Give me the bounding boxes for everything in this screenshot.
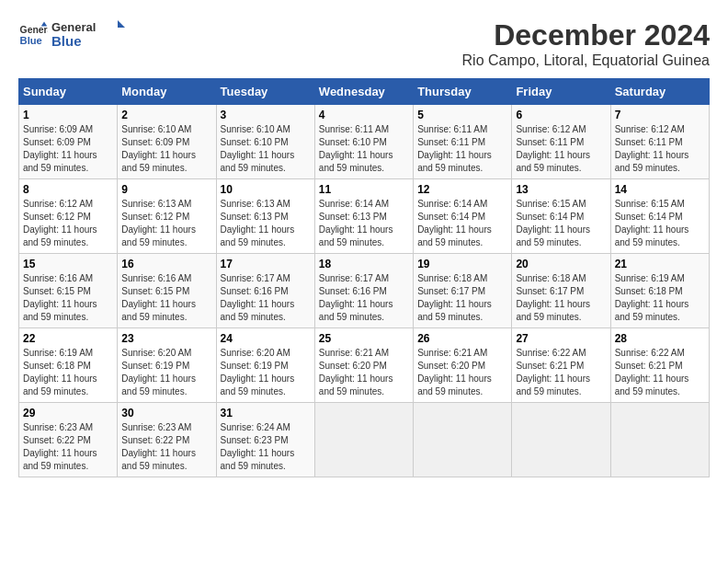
- day-info: Sunrise: 6:10 AM Sunset: 6:10 PM Dayligh…: [221, 123, 311, 175]
- calendar-day-cell: 8 Sunrise: 6:12 AM Sunset: 6:12 PM Dayli…: [19, 179, 118, 254]
- logo-icon: General Blue: [18, 20, 48, 50]
- logo: General Blue General Blue: [18, 18, 125, 51]
- weekday-header: Monday: [118, 79, 216, 105]
- svg-text:Blue: Blue: [20, 34, 42, 45]
- calendar-day-cell: [610, 403, 709, 477]
- calendar-day-cell: 6 Sunrise: 6:12 AM Sunset: 6:11 PM Dayli…: [512, 105, 610, 179]
- day-number: 20: [516, 258, 606, 270]
- svg-marker-5: [118, 20, 125, 28]
- calendar-day-cell: 24 Sunrise: 6:20 AM Sunset: 6:19 PM Dayl…: [216, 328, 314, 403]
- page-subtitle: Rio Campo, Litoral, Equatorial Guinea: [462, 52, 710, 69]
- svg-marker-2: [41, 21, 47, 26]
- weekday-header: Sunday: [19, 79, 118, 105]
- day-number: 7: [615, 109, 705, 121]
- day-number: 16: [121, 258, 211, 270]
- calendar-day-cell: 31 Sunrise: 6:24 AM Sunset: 6:23 PM Dayl…: [216, 403, 314, 477]
- calendar-day-cell: 27 Sunrise: 6:22 AM Sunset: 6:21 PM Dayl…: [512, 328, 610, 403]
- day-info: Sunrise: 6:23 AM Sunset: 6:22 PM Dayligh…: [121, 421, 211, 473]
- weekday-header: Wednesday: [314, 79, 413, 105]
- day-number: 27: [516, 332, 606, 345]
- calendar-week-row: 1 Sunrise: 6:09 AM Sunset: 6:09 PM Dayli…: [19, 105, 710, 179]
- calendar-day-cell: 22 Sunrise: 6:19 AM Sunset: 6:18 PM Dayl…: [19, 328, 118, 403]
- day-info: Sunrise: 6:11 AM Sunset: 6:11 PM Dayligh…: [417, 123, 507, 175]
- calendar-day-cell: 13 Sunrise: 6:15 AM Sunset: 6:14 PM Dayl…: [512, 179, 610, 254]
- day-number: 28: [615, 332, 705, 345]
- day-number: 15: [23, 258, 113, 270]
- calendar-day-cell: 9 Sunrise: 6:13 AM Sunset: 6:12 PM Dayli…: [118, 179, 216, 254]
- calendar-day-cell: 25 Sunrise: 6:21 AM Sunset: 6:20 PM Dayl…: [314, 328, 413, 403]
- calendar-day-cell: 1 Sunrise: 6:09 AM Sunset: 6:09 PM Dayli…: [19, 105, 118, 179]
- day-number: 13: [516, 183, 606, 196]
- day-number: 4: [319, 109, 409, 121]
- calendar-day-cell: 16 Sunrise: 6:16 AM Sunset: 6:15 PM Dayl…: [118, 254, 216, 328]
- day-info: Sunrise: 6:13 AM Sunset: 6:12 PM Dayligh…: [121, 198, 211, 249]
- page-header: General Blue General Blue December 2024 …: [18, 18, 710, 69]
- day-number: 31: [221, 407, 311, 419]
- calendar-day-cell: 2 Sunrise: 6:10 AM Sunset: 6:09 PM Dayli…: [118, 105, 216, 179]
- weekday-header: Thursday: [414, 79, 512, 105]
- day-number: 6: [516, 109, 606, 121]
- day-info: Sunrise: 6:09 AM Sunset: 6:09 PM Dayligh…: [23, 123, 113, 175]
- calendar-day-cell: 17 Sunrise: 6:17 AM Sunset: 6:16 PM Dayl…: [216, 254, 314, 328]
- day-number: 12: [417, 183, 507, 196]
- day-info: Sunrise: 6:20 AM Sunset: 6:19 PM Dayligh…: [221, 347, 311, 398]
- day-number: 18: [319, 258, 409, 270]
- svg-text:Blue: Blue: [51, 33, 82, 49]
- logo-svg: General Blue: [51, 18, 125, 51]
- day-number: 22: [23, 332, 113, 345]
- day-info: Sunrise: 6:12 AM Sunset: 6:12 PM Dayligh…: [23, 198, 113, 249]
- calendar-day-cell: 11 Sunrise: 6:14 AM Sunset: 6:13 PM Dayl…: [314, 179, 413, 254]
- day-info: Sunrise: 6:18 AM Sunset: 6:17 PM Dayligh…: [516, 272, 606, 324]
- day-info: Sunrise: 6:22 AM Sunset: 6:21 PM Dayligh…: [615, 347, 705, 398]
- calendar-day-cell: 19 Sunrise: 6:18 AM Sunset: 6:17 PM Dayl…: [414, 254, 512, 328]
- day-number: 11: [319, 183, 409, 196]
- calendar-day-cell: 14 Sunrise: 6:15 AM Sunset: 6:14 PM Dayl…: [610, 179, 709, 254]
- day-number: 23: [121, 332, 211, 345]
- day-number: 1: [23, 109, 113, 121]
- day-info: Sunrise: 6:21 AM Sunset: 6:20 PM Dayligh…: [417, 347, 507, 398]
- calendar-day-cell: 4 Sunrise: 6:11 AM Sunset: 6:10 PM Dayli…: [314, 105, 413, 179]
- day-number: 9: [121, 183, 211, 196]
- calendar-day-cell: 23 Sunrise: 6:20 AM Sunset: 6:19 PM Dayl…: [118, 328, 216, 403]
- calendar-day-cell: 15 Sunrise: 6:16 AM Sunset: 6:15 PM Dayl…: [19, 254, 118, 328]
- day-info: Sunrise: 6:15 AM Sunset: 6:14 PM Dayligh…: [615, 198, 705, 249]
- weekday-header: Saturday: [610, 79, 709, 105]
- day-number: 29: [23, 407, 113, 419]
- calendar-day-cell: [512, 403, 610, 477]
- day-info: Sunrise: 6:15 AM Sunset: 6:14 PM Dayligh…: [516, 198, 606, 249]
- calendar-header-row: SundayMondayTuesdayWednesdayThursdayFrid…: [19, 79, 710, 105]
- day-number: 2: [121, 109, 211, 121]
- day-info: Sunrise: 6:17 AM Sunset: 6:16 PM Dayligh…: [221, 272, 311, 324]
- calendar-week-row: 22 Sunrise: 6:19 AM Sunset: 6:18 PM Dayl…: [19, 328, 710, 403]
- calendar-day-cell: 20 Sunrise: 6:18 AM Sunset: 6:17 PM Dayl…: [512, 254, 610, 328]
- day-info: Sunrise: 6:20 AM Sunset: 6:19 PM Dayligh…: [121, 347, 211, 398]
- calendar-day-cell: 29 Sunrise: 6:23 AM Sunset: 6:22 PM Dayl…: [19, 403, 118, 477]
- day-number: 24: [221, 332, 311, 345]
- day-info: Sunrise: 6:14 AM Sunset: 6:13 PM Dayligh…: [319, 198, 409, 249]
- day-number: 30: [121, 407, 211, 419]
- day-info: Sunrise: 6:22 AM Sunset: 6:21 PM Dayligh…: [516, 347, 606, 398]
- day-info: Sunrise: 6:13 AM Sunset: 6:13 PM Dayligh…: [221, 198, 311, 249]
- day-info: Sunrise: 6:21 AM Sunset: 6:20 PM Dayligh…: [319, 347, 409, 398]
- day-info: Sunrise: 6:16 AM Sunset: 6:15 PM Dayligh…: [23, 272, 113, 324]
- page-title: December 2024: [462, 18, 710, 52]
- calendar-day-cell: 18 Sunrise: 6:17 AM Sunset: 6:16 PM Dayl…: [314, 254, 413, 328]
- day-number: 14: [615, 183, 705, 196]
- calendar-day-cell: 26 Sunrise: 6:21 AM Sunset: 6:20 PM Dayl…: [414, 328, 512, 403]
- day-info: Sunrise: 6:19 AM Sunset: 6:18 PM Dayligh…: [615, 272, 705, 324]
- day-info: Sunrise: 6:24 AM Sunset: 6:23 PM Dayligh…: [221, 421, 311, 473]
- day-number: 5: [417, 109, 507, 121]
- day-info: Sunrise: 6:19 AM Sunset: 6:18 PM Dayligh…: [23, 347, 113, 398]
- calendar-day-cell: 21 Sunrise: 6:19 AM Sunset: 6:18 PM Dayl…: [610, 254, 709, 328]
- day-info: Sunrise: 6:10 AM Sunset: 6:09 PM Dayligh…: [121, 123, 211, 175]
- svg-text:General: General: [20, 25, 48, 35]
- day-number: 3: [221, 109, 311, 121]
- day-number: 25: [319, 332, 409, 345]
- calendar-day-cell: 12 Sunrise: 6:14 AM Sunset: 6:14 PM Dayl…: [414, 179, 512, 254]
- day-number: 17: [221, 258, 311, 270]
- day-number: 19: [417, 258, 507, 270]
- calendar-day-cell: [314, 403, 413, 477]
- day-number: 10: [221, 183, 311, 196]
- calendar-week-row: 8 Sunrise: 6:12 AM Sunset: 6:12 PM Dayli…: [19, 179, 710, 254]
- day-number: 8: [23, 183, 113, 196]
